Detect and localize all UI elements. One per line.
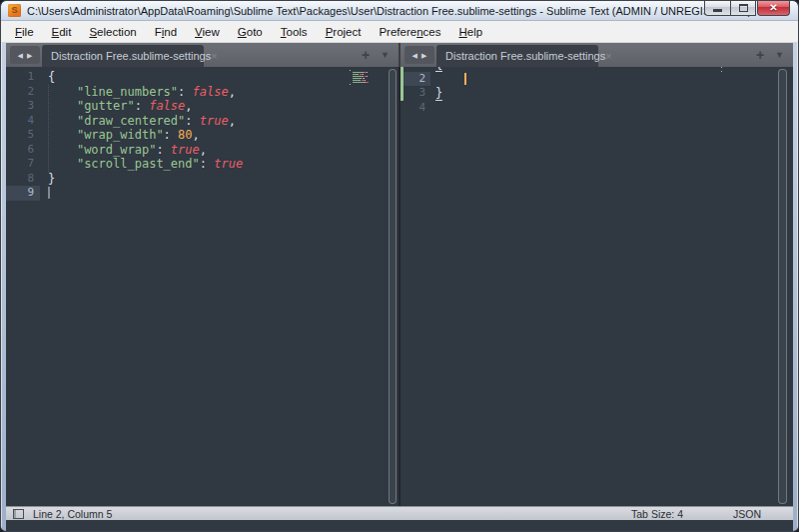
code-segment [48,143,77,157]
code-segment [48,128,77,142]
minimap-line [350,80,374,81]
new-tab-icon[interactable]: + [756,48,764,62]
tab-close-icon[interactable]: × [605,51,611,62]
tab-scroll-right-icon[interactable]: ▶ [421,52,426,59]
tab-actions: + ▼ [756,48,793,62]
code-segment [48,157,77,171]
code-line[interactable]: 3 "gutter": false, [6,99,399,114]
maximize-button[interactable] [730,0,756,16]
code-segment: true [200,114,229,128]
tab-scroll-arrows[interactable]: ◀ ▶ [404,46,434,64]
menu-preferences[interactable]: Preferences [370,21,449,43]
code-segment: : [164,128,171,142]
code-segment: "gutter" [77,99,135,113]
tab-size-indicator[interactable]: Tab Size: 4 [631,508,683,520]
code-line[interactable]: 8} [6,172,399,187]
menu-find[interactable]: Find [146,21,186,43]
tab-distraction-free-settings-left[interactable]: Distraction Free.sublime-settings × [42,45,204,67]
close-button[interactable]: ✕ [757,0,790,16]
minimap-segment [364,78,365,79]
code-line[interactable]: 6 "word_wrap": true, [6,143,399,158]
minimap-segment [353,78,361,79]
minimize-button[interactable] [704,0,730,16]
menu-view[interactable]: View [186,21,229,43]
vertical-scrollbar[interactable] [778,69,787,504]
menu-tools[interactable]: Tools [272,21,317,43]
code-line[interactable]: 2 "line_numbers": false, [6,85,399,100]
menu-project[interactable]: Project [317,21,371,43]
code-text: "wrap_width": 80, [48,128,200,143]
sublime-text-window: S C:\Users\Administrator\AppData\Roaming… [0,0,799,532]
syntax-indicator[interactable]: JSON [733,508,761,520]
tab-scroll-left-icon[interactable]: ◀ [412,52,417,59]
text-caret [464,73,466,85]
menu-help[interactable]: Help [449,21,491,43]
minimap-segment [363,74,364,75]
code-text: "scroll_past_end": true [48,157,243,172]
editor-pane-left[interactable]: 1{2 "line_numbers": false,3 "gutter": fa… [6,67,399,506]
code-segment: { [48,70,55,84]
code-line[interactable]: 4 "draw_centered": true, [6,114,399,129]
code-line[interactable]: 7 "scroll_past_end": true [6,157,399,172]
code-line[interactable]: 9 [6,186,399,201]
new-tab-icon[interactable]: + [362,48,370,62]
editor-area: 1{2 "line_numbers": false,3 "gutter": fa… [6,67,793,506]
tab-scroll-arrows[interactable]: ◀ ▶ [10,46,40,64]
code-segment: : [135,99,142,113]
code-segment: 80 [178,128,192,142]
code-line[interactable]: 5 "wrap_width": 80, [6,128,399,143]
minimap[interactable] [721,67,749,75]
vertical-scrollbar[interactable] [389,69,397,504]
tab-close-icon[interactable]: × [211,51,217,62]
tab-distraction-free-settings-right[interactable]: Distraction Free.sublime-settings × [436,45,598,67]
menu-selection[interactable]: Selection [80,21,145,43]
indent-guide [48,85,49,172]
line-number: 9 [6,186,40,201]
title-bar[interactable]: S C:\Users\Administrator\AppData\Roaming… [1,1,798,21]
minimap-line [350,74,374,75]
code-line[interactable]: 4 [400,101,793,116]
menu-file[interactable]: File [6,21,43,43]
text-caret [48,187,50,199]
code-text: "line_numbers": false, [48,85,236,100]
code-segment: : [200,157,207,171]
minimap[interactable] [350,70,374,88]
cursor-position[interactable]: Line 2, Column 5 [33,508,112,520]
tab-overflow-icon[interactable]: ▼ [381,51,390,60]
line-number: 2 [400,72,430,87]
line-number: 3 [400,86,430,101]
code-segment [171,128,178,142]
tab-group-left: ◀ ▶ Distraction Free.sublime-settings × … [6,43,399,67]
minimap-line [721,73,749,74]
menu-edit[interactable]: Edit [43,21,81,43]
minimap-segment [366,82,369,83]
minimap-line [350,70,374,71]
code-line[interactable]: 1{ [6,70,399,85]
minimap-segment [353,80,361,81]
minimap-line [350,82,374,83]
minimap-segment [353,76,364,77]
line-number: 4 [400,101,430,116]
tab-bar: ◀ ▶ Distraction Free.sublime-settings × … [6,43,793,67]
code-segment: true [171,143,200,157]
minimap-segment [367,72,368,73]
caption-buttons: ✕ [704,0,790,16]
show-panel-icon[interactable] [13,509,24,519]
code-segment: } [48,172,55,186]
tab-label: Distraction Free.sublime-settings [445,50,605,62]
code-segment: false [193,85,229,99]
code-lines[interactable]: 1{2 "line_numbers": false,3 "gutter": fa… [6,67,399,201]
tab-overflow-icon[interactable]: ▼ [775,51,784,60]
tab-group-right: ◀ ▶ Distraction Free.sublime-settings × … [400,43,793,67]
tab-scroll-right-icon[interactable]: ▶ [27,52,32,59]
tab-scroll-left-icon[interactable]: ◀ [18,52,23,59]
minimap-line [350,78,374,79]
code-segment: , [200,143,207,157]
minimap-segment [353,82,365,83]
code-line[interactable]: 3} [400,86,793,101]
menu-goto[interactable]: Goto [229,21,272,43]
minimap-segment [721,69,724,70]
client-area: ◀ ▶ Distraction Free.sublime-settings × … [6,43,793,532]
code-segment: : [156,143,163,157]
editor-pane-right[interactable]: 1{2 3}4 [400,67,793,506]
